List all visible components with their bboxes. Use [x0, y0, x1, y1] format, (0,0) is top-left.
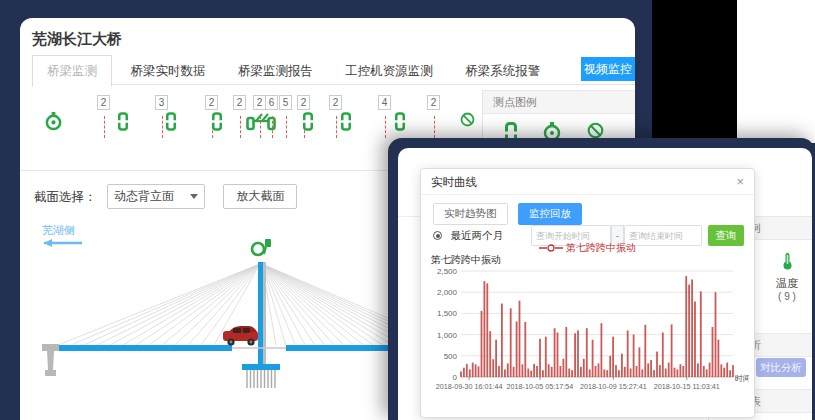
chart-legend-label: 第七跨跨中振动: [566, 242, 636, 253]
svg-text:2,500: 2,500: [437, 267, 458, 276]
overlay-window: 测点图例 温度 ( 9 ) 对比分析 对比分析 测点列表 实时曲线 × 实时趋势…: [398, 148, 812, 420]
sensor-count-badge[interactable]: 2: [205, 95, 218, 110]
tab-ipc-resource[interactable]: 工控机资源监测: [331, 56, 447, 86]
section-select-value: 动态背立面: [114, 189, 174, 203]
dialog-title: 实时曲线: [431, 176, 477, 188]
sensor-count-badge[interactable]: 3: [155, 95, 168, 110]
chain-icon: [212, 112, 222, 135]
tab-realtime-data[interactable]: 桥梁实时数据: [116, 56, 219, 86]
sensor-count-badge[interactable]: 2: [97, 95, 110, 110]
slash-icon: [460, 112, 475, 131]
chain-icon: [303, 112, 313, 135]
vibration-chart[interactable]: 05001,0001,5002,0002,5002018-09-30 16:01…: [425, 263, 749, 397]
tab-system-alarm[interactable]: 桥梁系统报警: [451, 56, 554, 86]
page-title: 芜湖长江大桥: [32, 30, 122, 49]
sensor-dash-line: [104, 116, 105, 138]
sensor-dash-line: [385, 116, 386, 138]
sensor-dash-line: [272, 116, 273, 138]
sensor-dash-line: [286, 116, 287, 138]
tab-monitor-playback[interactable]: 监控回放: [518, 203, 582, 225]
video-monitor-button[interactable]: 视频监控: [581, 57, 635, 81]
chain-icon: [166, 112, 176, 135]
sensor-count-badge[interactable]: 2: [233, 95, 246, 110]
sensor-dash-line: [162, 116, 163, 138]
chain-icon: [118, 112, 128, 135]
overlay-card: 测点图例 温度 ( 9 ) 对比分析 对比分析 测点列表 实时曲线 × 实时趋势…: [388, 138, 815, 420]
thermometer-icon: [782, 256, 793, 273]
svg-text:2018-10-15 11:03:41: 2018-10-15 11:03:41: [654, 382, 720, 391]
dialog-header: 实时曲线 ×: [421, 169, 754, 195]
sensor-count-badge[interactable]: 2: [329, 95, 342, 110]
clock-icon: [45, 112, 62, 135]
valve-icon: [252, 239, 271, 255]
temperature-item[interactable]: 温度 ( 9 ): [764, 252, 810, 302]
section-select-dropdown[interactable]: 动态背立面: [107, 184, 205, 209]
svg-text:2018-10-05 05:17:54: 2018-10-05 05:17:54: [507, 382, 574, 391]
section-select-label: 截面选择：: [34, 190, 97, 204]
sensor-dash-line: [240, 116, 241, 138]
realtime-curve-dialog: 实时曲线 × 实时趋势图 监控回放 最近两个月 - 查询 第七跨跨中振动 第七跨…: [420, 168, 755, 418]
tab-bridge-monitoring[interactable]: 桥梁监测: [32, 55, 112, 87]
sensor-count-badge[interactable]: 2: [297, 95, 310, 110]
dialog-tabs: 实时趋势图 监控回放: [421, 195, 754, 225]
svg-text:时间: 时间: [735, 374, 749, 383]
sensor-count-badge[interactable]: 2: [427, 95, 440, 110]
svg-text:2,000: 2,000: [437, 288, 458, 297]
compare-analysis-button[interactable]: 对比分析: [756, 358, 806, 377]
chain-icon: [341, 112, 351, 135]
tab-monitor-report[interactable]: 桥梁监测报告: [224, 56, 327, 86]
svg-text:2018-10-09 15:27:41: 2018-10-09 15:27:41: [580, 382, 647, 391]
backdrop-white-area: [737, 0, 815, 143]
legend-panel-header: 测点图例: [483, 90, 635, 114]
svg-text:1,000: 1,000: [437, 331, 458, 340]
zoom-section-button[interactable]: 放大截面: [223, 184, 297, 209]
chevron-down-icon: [190, 194, 198, 199]
tab-trend-chart[interactable]: 实时趋势图: [433, 203, 508, 225]
sensor-count-badge[interactable]: 6: [265, 95, 278, 110]
temperature-label: 温度: [764, 276, 810, 291]
radio-label: 最近两个月: [450, 229, 503, 241]
bridge-side-label: 芜湖侧: [42, 224, 75, 236]
sensor-dash-line: [260, 116, 261, 138]
sensor-count-badge[interactable]: 5: [279, 95, 292, 110]
main-tabbar: 桥梁监测 桥梁实时数据 桥梁监测报告 工控机资源监测 桥梁系统报警: [32, 55, 635, 85]
car: [223, 326, 258, 346]
sensor-dash-line: [434, 116, 435, 138]
close-icon[interactable]: ×: [736, 169, 744, 195]
svg-text:1,500: 1,500: [437, 309, 458, 318]
sensor-dash-line: [336, 116, 337, 138]
svg-text:0: 0: [453, 373, 458, 382]
svg-text:2018-09-30 16:01:44: 2018-09-30 16:01:44: [436, 382, 503, 391]
sensor-count-badge[interactable]: 4: [378, 95, 391, 110]
backdrop-black-area: [652, 0, 737, 143]
radio-last-two-months[interactable]: [433, 231, 442, 240]
svg-text:500: 500: [444, 352, 458, 361]
chain-icon: [395, 112, 405, 135]
temperature-count: ( 9 ): [764, 291, 810, 302]
left-pier: [42, 344, 59, 376]
left-arrow-icon: [44, 239, 52, 247]
